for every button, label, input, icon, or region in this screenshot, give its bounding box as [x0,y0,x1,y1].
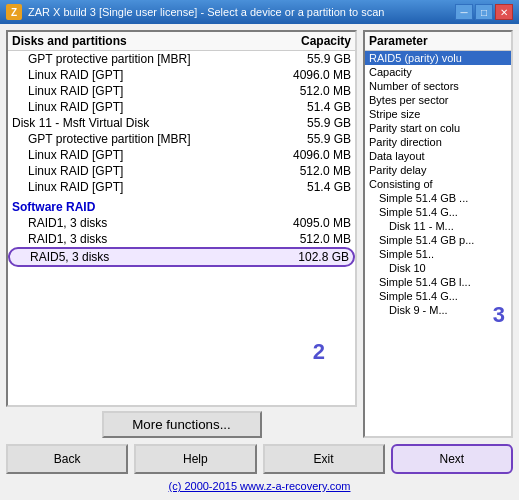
list-item[interactable]: Linux RAID [GPT]512.0 MB [8,83,355,99]
disk-item-label: GPT protective partition [MBR] [28,132,281,146]
disk-list-header: Disks and partitions Capacity [8,32,355,51]
disk-item-capacity: 4096.0 MB [281,68,351,82]
disk-item-label: Linux RAID [GPT] [28,84,281,98]
exit-button[interactable]: Exit [263,444,385,474]
param-item[interactable]: Disk 11 - M... [365,219,511,233]
disk-item-capacity: 55.9 GB [281,132,351,146]
disk-item-capacity: 51.4 GB [281,180,351,194]
more-functions-button[interactable]: More functions... [102,411,262,438]
help-button[interactable]: Help [134,444,256,474]
param-item[interactable]: Simple 51.4 GB l... [365,275,511,289]
title-bar: Z ZAR X build 3 [Single user license] - … [0,0,519,24]
next-button[interactable]: Next [391,444,513,474]
app-icon: Z [6,4,22,20]
list-item[interactable]: RAID1, 3 disks4095.0 MB [8,215,355,231]
list-item[interactable]: Linux RAID [GPT]4096.0 MB [8,147,355,163]
param-item[interactable]: Simple 51.4 G... [365,205,511,219]
disks-header-label: Disks and partitions [12,34,127,48]
param-item[interactable]: RAID5 (parity) volu [365,51,511,65]
disk-item-capacity: 4095.0 MB [281,216,351,230]
disk-item-capacity: 51.4 GB [281,100,351,114]
capacity-header-label: Capacity [301,34,351,48]
disk-item-capacity: 55.9 GB [281,52,351,66]
disk-item-capacity: 102.8 GB [279,250,349,264]
disk-item-label: RAID5, 3 disks [30,250,279,264]
content-area: Disks and partitions Capacity GPT protec… [6,30,513,438]
disk-item-label: Linux RAID [GPT] [28,180,281,194]
window-controls: ─ □ ✕ [455,4,513,20]
disk-item-capacity: 512.0 MB [281,232,351,246]
param-item[interactable]: Capacity [365,65,511,79]
disk-item-label: Linux RAID [GPT] [28,148,281,162]
param-item[interactable]: Disk 9 - M... [365,303,511,317]
param-item[interactable]: Consisting of [365,177,511,191]
disk-item-label: RAID1, 3 disks [28,216,281,230]
right-panel-header: Parameter [365,32,511,51]
param-item[interactable]: Bytes per sector [365,93,511,107]
right-panel: Parameter RAID5 (parity) voluCapacityNum… [363,30,513,438]
param-item[interactable]: Parity start on colu [365,121,511,135]
main-window: Disks and partitions Capacity GPT protec… [0,24,519,500]
list-item[interactable]: Linux RAID [GPT]4096.0 MB [8,67,355,83]
disk-item-capacity: 512.0 MB [281,164,351,178]
maximize-button[interactable]: □ [475,4,493,20]
list-item[interactable]: Linux RAID [GPT]51.4 GB [8,179,355,195]
disk-item-capacity: 55.9 GB [281,116,351,130]
disk-item-label: Linux RAID [GPT] [28,68,281,82]
list-item[interactable]: Linux RAID [GPT]51.4 GB [8,99,355,115]
disk-item-label: Linux RAID [GPT] [28,164,281,178]
list-item[interactable]: RAID1, 3 disks512.0 MB [8,231,355,247]
disk-item-capacity: 512.0 MB [281,84,351,98]
param-item[interactable]: Simple 51.. [365,247,511,261]
footer-link[interactable]: (c) 2000-2015 www.z-a-recovery.com [6,478,513,494]
param-item[interactable]: Parity delay [365,163,511,177]
list-item[interactable]: GPT protective partition [MBR]55.9 GB [8,131,355,147]
param-list[interactable]: RAID5 (parity) voluCapacityNumber of sec… [365,51,511,433]
window-title: ZAR X build 3 [Single user license] - Se… [28,6,384,18]
param-item[interactable]: Stripe size [365,107,511,121]
disk-item-capacity: 4096.0 MB [281,148,351,162]
disk-item-label: RAID1, 3 disks [28,232,281,246]
param-item[interactable]: Number of sectors [365,79,511,93]
param-item[interactable]: Simple 51.4 GB ... [365,191,511,205]
param-item[interactable]: Data layout [365,149,511,163]
list-item[interactable]: Linux RAID [GPT]512.0 MB [8,163,355,179]
buttons-row: Back Help Exit Next [6,438,513,478]
disk-item-label: Disk 11 - Msft Virtual Disk [12,116,281,130]
disk-item-label: Linux RAID [GPT] [28,100,281,114]
list-item[interactable]: Disk 11 - Msft Virtual Disk55.9 GB [8,115,355,131]
close-button[interactable]: ✕ [495,4,513,20]
param-item[interactable]: Disk 10 [365,261,511,275]
left-panel: Disks and partitions Capacity GPT protec… [6,30,357,438]
list-item[interactable]: RAID5, 3 disks102.8 GB [8,247,355,267]
param-item[interactable]: Simple 51.4 GB p... [365,233,511,247]
list-item[interactable]: GPT protective partition [MBR]55.9 GB [8,51,355,67]
back-button[interactable]: Back [6,444,128,474]
param-item[interactable]: Parity direction [365,135,511,149]
param-item[interactable]: Simple 51.4 G... [365,289,511,303]
disk-list-scroll[interactable]: GPT protective partition [MBR]55.9 GBLin… [8,51,355,402]
list-item[interactable]: Software RAID [8,199,355,215]
disk-list-container: Disks and partitions Capacity GPT protec… [6,30,357,407]
disk-item-label: GPT protective partition [MBR] [28,52,281,66]
minimize-button[interactable]: ─ [455,4,473,20]
